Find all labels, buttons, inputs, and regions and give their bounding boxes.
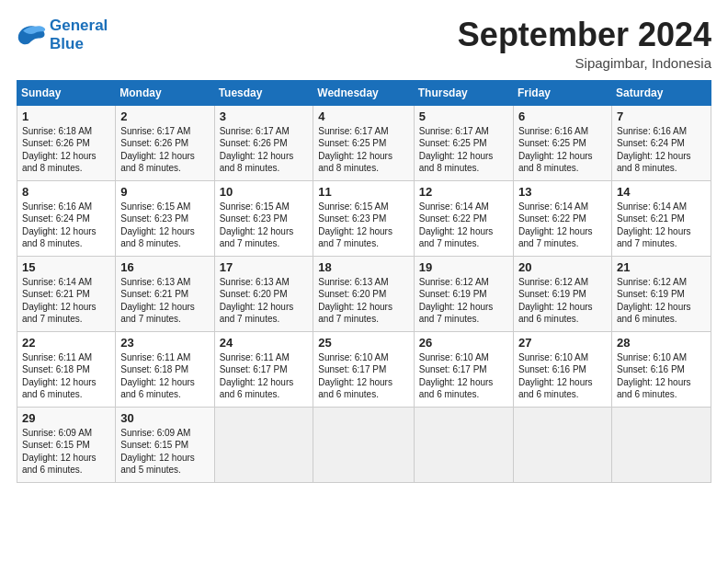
day-number: 8 xyxy=(22,185,110,199)
day-number: 10 xyxy=(220,185,309,199)
day-number: 11 xyxy=(318,185,408,199)
calendar-day-cell xyxy=(414,407,513,482)
calendar-day-cell: 22Sunrise: 6:11 AMSunset: 6:18 PMDayligh… xyxy=(17,331,116,407)
calendar-day-cell: 21Sunrise: 6:12 AMSunset: 6:19 PMDayligh… xyxy=(611,256,711,331)
calendar-day-cell: 7Sunrise: 6:16 AMSunset: 6:24 PMDaylight… xyxy=(611,105,711,180)
logo-icon xyxy=(17,22,46,48)
day-info: Sunrise: 6:12 AMSunset: 6:19 PMDaylight:… xyxy=(617,276,706,326)
calendar-day-cell xyxy=(513,407,611,482)
month-title: September 2024 xyxy=(458,17,711,53)
day-info: Sunrise: 6:12 AMSunset: 6:19 PMDaylight:… xyxy=(518,276,607,326)
header-tuesday: Tuesday xyxy=(214,80,313,105)
calendar-day-cell: 26Sunrise: 6:10 AMSunset: 6:17 PMDayligh… xyxy=(414,331,513,407)
calendar-week-row: 22Sunrise: 6:11 AMSunset: 6:18 PMDayligh… xyxy=(17,331,711,407)
day-number: 2 xyxy=(120,109,209,123)
calendar-day-cell: 24Sunrise: 6:11 AMSunset: 6:17 PMDayligh… xyxy=(214,331,313,407)
day-info: Sunrise: 6:10 AMSunset: 6:17 PMDaylight:… xyxy=(318,351,408,401)
day-info: Sunrise: 6:17 AMSunset: 6:25 PMDaylight:… xyxy=(419,125,508,175)
day-number: 25 xyxy=(318,336,408,350)
calendar-day-cell: 23Sunrise: 6:11 AMSunset: 6:18 PMDayligh… xyxy=(116,331,214,407)
logo-text-block: General Blue xyxy=(50,17,108,52)
day-number: 16 xyxy=(120,260,209,274)
day-number: 13 xyxy=(518,185,607,199)
day-number: 15 xyxy=(22,260,110,274)
calendar-day-cell: 15Sunrise: 6:14 AMSunset: 6:21 PMDayligh… xyxy=(17,256,116,331)
day-number: 22 xyxy=(22,336,110,350)
calendar-week-row: 15Sunrise: 6:14 AMSunset: 6:21 PMDayligh… xyxy=(17,256,711,331)
calendar-week-row: 8Sunrise: 6:16 AMSunset: 6:24 PMDaylight… xyxy=(17,180,711,256)
day-number: 6 xyxy=(518,109,607,123)
calendar-day-cell: 17Sunrise: 6:13 AMSunset: 6:20 PMDayligh… xyxy=(214,256,313,331)
day-info: Sunrise: 6:09 AMSunset: 6:15 PMDaylight:… xyxy=(120,427,209,477)
day-info: Sunrise: 6:17 AMSunset: 6:25 PMDaylight:… xyxy=(318,125,408,175)
calendar-week-row: 1Sunrise: 6:18 AMSunset: 6:26 PMDaylight… xyxy=(17,105,711,180)
day-info: Sunrise: 6:16 AMSunset: 6:24 PMDaylight:… xyxy=(617,125,706,175)
day-number: 12 xyxy=(419,185,508,199)
calendar-day-cell: 8Sunrise: 6:16 AMSunset: 6:24 PMDaylight… xyxy=(17,180,116,256)
calendar-week-row: 29Sunrise: 6:09 AMSunset: 6:15 PMDayligh… xyxy=(17,407,711,482)
day-number: 7 xyxy=(617,109,706,123)
calendar-day-cell: 3Sunrise: 6:17 AMSunset: 6:26 PMDaylight… xyxy=(214,105,313,180)
calendar-day-cell: 2Sunrise: 6:17 AMSunset: 6:26 PMDaylight… xyxy=(116,105,214,180)
calendar-day-cell: 9Sunrise: 6:15 AMSunset: 6:23 PMDaylight… xyxy=(116,180,214,256)
calendar-day-cell xyxy=(313,407,414,482)
calendar-day-cell: 20Sunrise: 6:12 AMSunset: 6:19 PMDayligh… xyxy=(513,256,611,331)
day-info: Sunrise: 6:10 AMSunset: 6:16 PMDaylight:… xyxy=(617,351,706,401)
calendar-day-cell: 30Sunrise: 6:09 AMSunset: 6:15 PMDayligh… xyxy=(116,407,214,482)
calendar-day-cell: 18Sunrise: 6:13 AMSunset: 6:20 PMDayligh… xyxy=(313,256,414,331)
calendar-day-cell: 27Sunrise: 6:10 AMSunset: 6:16 PMDayligh… xyxy=(513,331,611,407)
day-number: 27 xyxy=(518,336,607,350)
header-wednesday: Wednesday xyxy=(313,80,414,105)
day-number: 14 xyxy=(617,185,706,199)
day-number: 23 xyxy=(120,336,209,350)
calendar-day-cell: 29Sunrise: 6:09 AMSunset: 6:15 PMDayligh… xyxy=(17,407,116,482)
calendar-day-cell xyxy=(611,407,711,482)
day-info: Sunrise: 6:16 AMSunset: 6:24 PMDaylight:… xyxy=(22,201,110,250)
day-info: Sunrise: 6:14 AMSunset: 6:21 PMDaylight:… xyxy=(22,276,110,326)
day-number: 21 xyxy=(617,260,706,274)
title-block: September 2024 Sipagimbar, Indonesia xyxy=(458,17,711,71)
calendar-day-cell: 4Sunrise: 6:17 AMSunset: 6:25 PMDaylight… xyxy=(313,105,414,180)
day-info: Sunrise: 6:15 AMSunset: 6:23 PMDaylight:… xyxy=(220,201,309,250)
day-info: Sunrise: 6:17 AMSunset: 6:26 PMDaylight:… xyxy=(120,125,209,175)
logo: General Blue xyxy=(17,17,108,52)
day-number: 24 xyxy=(220,336,309,350)
day-number: 1 xyxy=(22,109,110,123)
day-number: 17 xyxy=(220,260,309,274)
day-info: Sunrise: 6:14 AMSunset: 6:22 PMDaylight:… xyxy=(518,201,607,250)
day-number: 4 xyxy=(318,109,408,123)
day-info: Sunrise: 6:11 AMSunset: 6:17 PMDaylight:… xyxy=(220,351,309,401)
calendar-day-cell: 28Sunrise: 6:10 AMSunset: 6:16 PMDayligh… xyxy=(611,331,711,407)
day-number: 28 xyxy=(617,336,706,350)
calendar-day-cell: 12Sunrise: 6:14 AMSunset: 6:22 PMDayligh… xyxy=(414,180,513,256)
calendar-day-cell: 25Sunrise: 6:10 AMSunset: 6:17 PMDayligh… xyxy=(313,331,414,407)
day-number: 18 xyxy=(318,260,408,274)
header-monday: Monday xyxy=(116,80,214,105)
day-number: 9 xyxy=(120,185,209,199)
calendar-header-row: Sunday Monday Tuesday Wednesday Thursday… xyxy=(17,80,711,105)
day-info: Sunrise: 6:10 AMSunset: 6:16 PMDaylight:… xyxy=(518,351,607,401)
day-number: 20 xyxy=(518,260,607,274)
logo-line1: General xyxy=(50,17,108,35)
day-info: Sunrise: 6:13 AMSunset: 6:21 PMDaylight:… xyxy=(120,276,209,326)
day-info: Sunrise: 6:17 AMSunset: 6:26 PMDaylight:… xyxy=(220,125,309,175)
calendar-day-cell: 10Sunrise: 6:15 AMSunset: 6:23 PMDayligh… xyxy=(214,180,313,256)
day-info: Sunrise: 6:15 AMSunset: 6:23 PMDaylight:… xyxy=(120,201,209,250)
day-number: 5 xyxy=(419,109,508,123)
calendar-day-cell: 1Sunrise: 6:18 AMSunset: 6:26 PMDaylight… xyxy=(17,105,116,180)
logo-line2: Blue xyxy=(50,35,108,53)
calendar-day-cell: 13Sunrise: 6:14 AMSunset: 6:22 PMDayligh… xyxy=(513,180,611,256)
calendar-table: Sunday Monday Tuesday Wednesday Thursday… xyxy=(17,80,711,483)
day-info: Sunrise: 6:13 AMSunset: 6:20 PMDaylight:… xyxy=(318,276,408,326)
day-number: 29 xyxy=(22,411,110,425)
day-info: Sunrise: 6:15 AMSunset: 6:23 PMDaylight:… xyxy=(318,201,408,250)
day-info: Sunrise: 6:18 AMSunset: 6:26 PMDaylight:… xyxy=(22,125,110,175)
day-info: Sunrise: 6:14 AMSunset: 6:21 PMDaylight:… xyxy=(617,201,706,250)
calendar-day-cell: 14Sunrise: 6:14 AMSunset: 6:21 PMDayligh… xyxy=(611,180,711,256)
calendar-day-cell: 16Sunrise: 6:13 AMSunset: 6:21 PMDayligh… xyxy=(116,256,214,331)
header-thursday: Thursday xyxy=(414,80,513,105)
header-saturday: Saturday xyxy=(611,80,711,105)
day-number: 26 xyxy=(419,336,508,350)
day-info: Sunrise: 6:11 AMSunset: 6:18 PMDaylight:… xyxy=(22,351,110,401)
calendar-day-cell xyxy=(214,407,313,482)
